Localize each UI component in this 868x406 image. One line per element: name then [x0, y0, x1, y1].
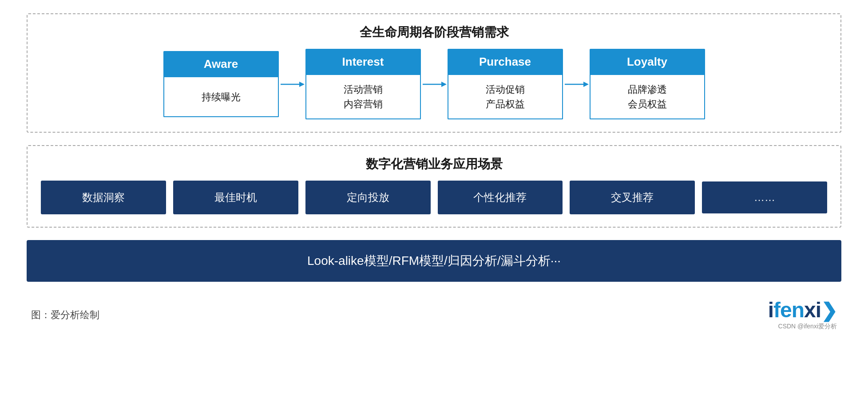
stage-purchase-header: Purchase: [448, 49, 563, 75]
svg-marker-3: [441, 82, 447, 87]
arrow-2: [421, 79, 448, 90]
digital-marketing-section: 数字化营销业务应用场景 数据洞察 最佳时机 定向投放 个性化推荐 交叉推荐 ……: [27, 145, 841, 228]
stage-interest-body: 活动营销 内容营销: [305, 75, 421, 119]
arrow-3: [563, 79, 590, 90]
stage-purchase-line1: 活动促销: [486, 82, 525, 97]
stage-interest-line1: 活动营销: [344, 82, 383, 97]
stage-purchase-body: 活动促销 产品权益: [448, 75, 563, 119]
lifecycle-title: 全生命周期各阶段营销需求: [41, 24, 827, 41]
logo-subtext: CSDN @ifenxi爱分析: [778, 323, 837, 331]
scenario-0: 数据洞察: [41, 181, 166, 214]
lifecycle-row: Aware 持续曝光 Interest 活动营销 内容营销: [41, 49, 827, 119]
arrow-1: [279, 79, 305, 90]
scenario-5: ……: [702, 181, 827, 213]
stage-aware-header: Aware: [163, 51, 279, 77]
stage-interest-line2: 内容营销: [344, 97, 383, 111]
svg-marker-1: [299, 82, 305, 87]
logo-xi: xi: [804, 298, 821, 322]
stage-loyalty-header: Loyalty: [590, 49, 705, 75]
footer: 图：爱分析绘制 ifenxi❯ CSDN @ifenxi爱分析: [27, 300, 841, 331]
main-wrapper: 全生命周期各阶段营销需求 Aware 持续曝光 Interest: [27, 13, 841, 331]
stage-aware-line1: 持续曝光: [202, 90, 241, 104]
stage-loyalty-body: 品牌渗透 会员权益: [590, 75, 705, 119]
scenario-2: 定向投放: [305, 181, 431, 214]
stage-aware-body: 持续曝光: [163, 77, 279, 117]
scenario-1: 最佳时机: [173, 181, 298, 214]
stage-purchase-line2: 产品权益: [486, 97, 525, 111]
logo-fen: fen: [773, 298, 804, 322]
footer-caption: 图：爱分析绘制: [31, 308, 99, 322]
digital-marketing-title: 数字化营销业务应用场景: [41, 156, 827, 173]
stage-interest-header: Interest: [305, 49, 421, 75]
stage-loyalty-line1: 品牌渗透: [628, 82, 667, 97]
logo-prefix: i: [768, 298, 773, 322]
stage-interest: Interest 活动营销 内容营销: [305, 49, 421, 119]
bottom-banner: Look-alike模型/RFM模型/归因分析/漏斗分析···: [27, 240, 841, 282]
stage-loyalty-line2: 会员权益: [628, 97, 667, 111]
logo-area: ifenxi❯ CSDN @ifenxi爱分析: [768, 300, 837, 331]
scenario-3: 个性化推荐: [438, 181, 563, 214]
lifecycle-section: 全生命周期各阶段营销需求 Aware 持续曝光 Interest: [27, 13, 841, 133]
logo-text: ifenxi❯: [768, 300, 837, 321]
stage-aware: Aware 持续曝光: [163, 51, 279, 117]
svg-marker-5: [583, 82, 589, 87]
scenario-row: 数据洞察 最佳时机 定向投放 个性化推荐 交叉推荐 ……: [41, 181, 827, 214]
stage-purchase: Purchase 活动促销 产品权益: [448, 49, 563, 119]
logo-chevron: ❯: [821, 300, 837, 321]
stage-loyalty: Loyalty 品牌渗透 会员权益: [590, 49, 705, 119]
scenario-4: 交叉推荐: [570, 181, 695, 214]
